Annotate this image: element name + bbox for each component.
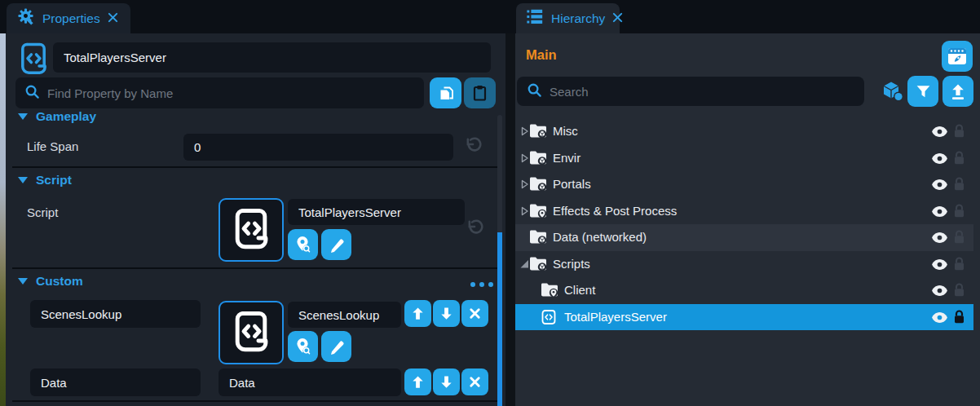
tab-hierarchy[interactable]: Hierarchy [516,3,620,33]
properties-body: Gameplay Life Span Script Script [6,33,505,406]
tree-row-portals[interactable]: Portals [515,171,973,198]
pin-search-icon [294,235,312,254]
search-icon [527,82,542,101]
property-search-input[interactable] [47,77,415,108]
visibility-eye-icon[interactable] [931,311,948,327]
lock-icon[interactable] [953,177,965,195]
folder-cube-icon [529,176,547,195]
lock-icon[interactable] [953,283,965,301]
hierarchy-body: Main [515,33,980,406]
collapse-caret-icon [18,278,28,285]
tree-row-misc[interactable]: Misc [515,118,973,145]
remove-property-button[interactable] [461,368,488,395]
entity-name-input[interactable] [53,42,491,73]
gear-wrench-icon [16,7,35,29]
filter-funnel-icon [915,83,932,100]
folder-pin-icon [541,282,558,301]
move-down-button[interactable] [433,300,460,327]
edit-script-button[interactable] [321,331,351,362]
tab-hierarchy-label: Hierarchy [551,11,605,26]
lock-icon[interactable] [953,204,965,222]
reset-icon[interactable] [466,218,484,241]
locate-script-button[interactable] [288,229,318,260]
hierarchy-panel: Hierarchy Main [515,0,980,406]
tree-row-effects-post-process[interactable]: Effects & Post Process [515,198,973,225]
tree-row-scripts[interactable]: Scripts [515,251,973,278]
tree-row-envir[interactable]: Envir [515,145,973,172]
life-span-input[interactable] [183,134,453,161]
lock-icon[interactable] [953,124,965,142]
expand-arrow-icon[interactable] [519,179,530,193]
world-root-label: Main [526,47,557,63]
pencil-icon [328,338,346,355]
edit-script-button[interactable] [321,229,351,260]
editor-root: Properties [0,0,980,406]
locate-script-button[interactable] [288,331,318,362]
publish-upload-button[interactable] [942,76,973,107]
remove-property-button[interactable] [461,300,488,327]
preview-world-button[interactable] [942,41,973,72]
close-icon[interactable] [612,11,623,26]
tree-row-totalplayersserver[interactable]: TotalPlayersServer [515,304,973,331]
section-custom-header[interactable]: Custom [18,274,83,289]
collapse-caret-icon [18,113,28,120]
arrow-up-icon [410,374,426,390]
expand-arrow-icon[interactable] [519,126,530,140]
upload-icon [949,82,967,100]
folder-pin-icon [529,203,547,222]
script-name-field[interactable] [288,199,465,225]
script-asset-thumbnail[interactable] [219,198,284,262]
move-down-button[interactable] [433,368,460,395]
visibility-eye-icon[interactable] [931,152,948,168]
tab-properties[interactable]: Properties [7,3,130,33]
script-row-label: Script [27,205,58,219]
custom-prop-value-field[interactable] [288,302,401,328]
expand-arrow-icon[interactable] [519,152,530,167]
filter-button[interactable] [907,76,938,107]
custom-prop-name-input[interactable] [30,368,201,396]
visibility-eye-icon[interactable] [931,285,948,300]
custom-section-menu-icon[interactable] [470,282,493,287]
folder-cube-icon [529,150,547,169]
scene-viewport-edge [0,33,6,406]
script-entity-icon [16,42,51,81]
reset-icon[interactable] [464,136,483,158]
visibility-eye-icon[interactable] [931,179,948,194]
scrollbar-thumb[interactable] [497,232,502,406]
tree-row-data-networked[interactable]: Data (networked) [515,224,973,251]
paste-properties-button[interactable] [464,77,496,108]
folder-cube-icon [529,229,547,248]
script-icon [231,207,271,253]
visibility-eye-icon[interactable] [931,258,948,274]
copy-properties-button[interactable] [430,77,461,108]
lock-icon[interactable] [953,257,965,275]
asset-cube-icon[interactable] [881,81,904,105]
expand-arrow-icon[interactable] [519,258,530,273]
life-span-label: Life Span [27,139,78,153]
lock-icon[interactable] [953,230,965,248]
tree-row-client[interactable]: Client [515,277,973,304]
hierarchy-icon [526,8,544,29]
move-up-button[interactable] [404,300,431,327]
search-icon [24,84,40,103]
arrow-down-icon [439,306,454,321]
close-icon[interactable] [108,11,118,26]
x-icon [468,307,482,320]
hierarchy-search-input[interactable] [550,77,854,106]
custom-prop-name-input[interactable] [30,300,201,328]
section-divider [12,166,500,168]
script-asset-thumbnail[interactable] [219,301,284,364]
visibility-eye-icon[interactable] [931,126,948,141]
visibility-eye-icon[interactable] [931,232,948,247]
x-icon [468,375,482,389]
section-script-header[interactable]: Script [18,173,72,188]
tab-properties-label: Properties [42,11,100,26]
pin-search-icon [294,337,312,356]
section-gameplay-header[interactable]: Gameplay [18,109,96,124]
visibility-eye-icon[interactable] [931,205,948,221]
move-up-button[interactable] [404,368,431,395]
lock-icon[interactable] [953,310,965,328]
lock-icon[interactable] [953,151,965,169]
expand-arrow-icon[interactable] [519,205,530,220]
custom-prop-value-field[interactable] [219,368,401,396]
